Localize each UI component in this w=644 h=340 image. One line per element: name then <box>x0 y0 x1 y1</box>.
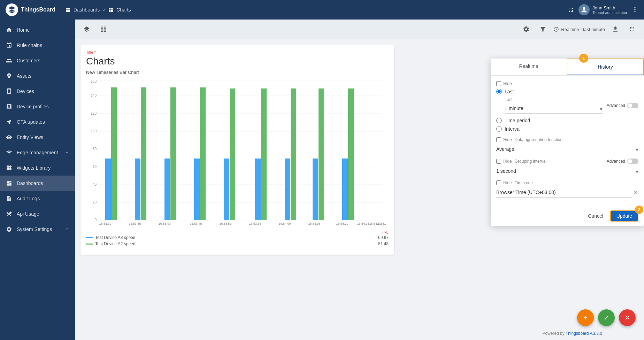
user-menu[interactable]: John Smith Tenant administrator <box>578 4 627 15</box>
fab-close-button[interactable]: ✕ <box>619 309 636 326</box>
hide-last-checkbox[interactable] <box>496 81 501 86</box>
svg-text:16:53:45: 16:53:45 <box>190 222 202 225</box>
bar-green-2 <box>141 87 146 220</box>
bar-blue-8 <box>313 159 318 220</box>
ota-icon <box>6 118 13 125</box>
realtime-button[interactable]: Realtime - last minute <box>553 26 605 32</box>
fullscreen-button[interactable] <box>567 6 574 13</box>
last-radio[interactable] <box>496 89 502 94</box>
advanced-switch-last[interactable] <box>627 103 638 108</box>
sidebar-item-api-usage[interactable]: Api Usage <box>0 206 75 222</box>
sidebar-item-assets[interactable]: Assets <box>0 68 75 84</box>
chart-area: 0 20 40 60 80 100 120 140 160 <box>86 79 389 249</box>
svg-rect-4 <box>109 8 110 9</box>
aggregation-dropdown[interactable]: Average ▾ <box>496 144 638 154</box>
svg-point-9 <box>634 9 635 10</box>
sidebar-item-dashboards[interactable]: Dashboards <box>0 176 75 191</box>
settings-button[interactable] <box>520 24 532 34</box>
interval-radio-item[interactable]: Interval <box>496 126 638 132</box>
grouping-select[interactable]: 1 second <box>496 166 638 176</box>
time-period-radio-item[interactable]: Time period <box>496 118 638 123</box>
last-select[interactable]: 1 minute <box>505 103 603 114</box>
filter-button[interactable] <box>537 24 549 34</box>
tab-history[interactable]: History <box>567 59 644 75</box>
x-axis: 16:53:30 16:53:35 16:53:40 16:53:45 16:5… <box>99 222 386 225</box>
sidebar-item-device-profiles[interactable]: Device profiles <box>0 99 75 114</box>
last-radio-item[interactable]: Last <box>496 89 638 94</box>
sidebar-label-dashboards: Dashboards <box>17 180 43 186</box>
download-button[interactable] <box>609 24 622 34</box>
time-period-radio[interactable] <box>496 118 502 123</box>
sidebar-item-ota-updates[interactable]: OTA updates <box>0 114 75 130</box>
sidebar-label-home: Home <box>17 27 30 33</box>
sidebar-item-rule-chains[interactable]: Rule chains <box>0 38 75 53</box>
timezone-dropdown[interactable]: Browser Time (UTC+03:00) <box>496 187 632 198</box>
aggregation-arrow-icon: ▾ <box>636 146 638 153</box>
svg-rect-7 <box>111 10 113 12</box>
bar-green-7 <box>291 88 296 220</box>
sidebar-label-device-profiles: Device profiles <box>17 104 49 109</box>
brand-name: ThingsBoard <box>21 7 55 13</box>
update-button[interactable]: Update <box>610 210 638 222</box>
svg-rect-5 <box>111 8 113 9</box>
edge-management-icon <box>6 149 13 156</box>
fab-add-button[interactable]: + <box>577 309 594 326</box>
sidebar-item-devices[interactable]: Devices <box>0 84 75 99</box>
breadcrumb-dashboards[interactable]: Dashboards <box>74 7 100 13</box>
more-options-button[interactable] <box>631 6 638 13</box>
sidebar-item-edge-management[interactable]: Edge management <box>0 145 75 160</box>
last-arrow-icon: ▾ <box>600 105 603 112</box>
sidebar-label-edge-management: Edge management <box>17 150 58 155</box>
svg-text:16:53:30: 16:53:30 <box>99 222 111 225</box>
user-role: Tenant administrator <box>592 10 627 15</box>
sidebar-item-customers[interactable]: Customers <box>0 53 75 68</box>
sidebar-label-rule-chains: Rule chains <box>17 42 42 48</box>
bar-blue-5 <box>224 159 229 220</box>
bar-blue-9 <box>342 159 348 220</box>
hide-grouping-checkbox[interactable] <box>496 159 501 164</box>
timezone-section: Hide Timezone Browser Time (UTC+03:00) ✕ <box>496 180 638 198</box>
bar-green-6 <box>261 88 267 220</box>
svg-rect-1 <box>68 8 70 9</box>
svg-text:16:53:50: 16:53:50 <box>219 222 231 225</box>
sidebar-item-entity-views[interactable]: Entity Views <box>0 130 75 145</box>
sidebar-item-system-settings[interactable]: System Settings <box>0 222 75 237</box>
hide-aggregation-checkbox[interactable] <box>496 137 501 142</box>
timepicker-footer: Cancel 2 Update <box>491 206 644 226</box>
hide-aggregation-container: Hide <box>496 137 512 142</box>
aggregation-select[interactable]: Average <box>496 144 638 154</box>
timezone-select[interactable]: Browser Time (UTC+03:00) <box>496 187 632 198</box>
grouping-label-row: Hide Grouping interval <box>496 159 546 164</box>
grid-button[interactable] <box>97 24 110 34</box>
tab-realtime[interactable]: Realtime <box>491 59 567 75</box>
api-usage-icon <box>6 210 13 217</box>
hide-timezone-checkbox[interactable] <box>496 180 501 185</box>
aggregation-section: Hide Data aggregation function Average ▾ <box>496 137 638 154</box>
advanced-switch-grouping[interactable] <box>627 159 638 164</box>
last-dropdown[interactable]: 1 minute ▾ <box>505 103 603 114</box>
svg-text:80: 80 <box>93 147 97 151</box>
avg-label: avg <box>382 230 389 234</box>
footer-link[interactable]: Thingsboard v.3.3.0 <box>566 331 602 336</box>
sidebar-item-widgets-library[interactable]: Widgets Library <box>0 160 75 176</box>
fab-check-button[interactable]: ✓ <box>598 309 615 326</box>
brand-logo[interactable]: ThingsBoard <box>6 3 55 16</box>
sidebar-item-home[interactable]: Home <box>0 22 75 38</box>
sidebar-item-audit-logs[interactable]: Audit Logs <box>0 191 75 206</box>
topbar: ThingsBoard Dashboards > Charts John Smi… <box>0 0 644 20</box>
timezone-clear-button[interactable]: ✕ <box>633 189 638 196</box>
hide-last-row: Hide <box>496 81 638 86</box>
sidebar-label-devices: Devices <box>17 88 34 94</box>
expand-button[interactable] <box>626 24 638 34</box>
legend-value-1: 69.97 <box>378 235 389 240</box>
home-icon <box>6 26 13 33</box>
hide-timezone-container: Hide <box>496 180 512 185</box>
cancel-button[interactable]: Cancel <box>584 211 607 221</box>
fab-container: + ✓ ✕ <box>577 309 636 326</box>
layers-button[interactable] <box>80 24 93 34</box>
interval-radio[interactable] <box>496 126 502 132</box>
grouping-dropdown[interactable]: 1 second ▾ <box>496 166 638 176</box>
device-profiles-icon <box>6 103 13 110</box>
svg-text:140: 140 <box>91 94 97 98</box>
svg-text:16:54:25: 16:54:25 <box>376 222 386 225</box>
